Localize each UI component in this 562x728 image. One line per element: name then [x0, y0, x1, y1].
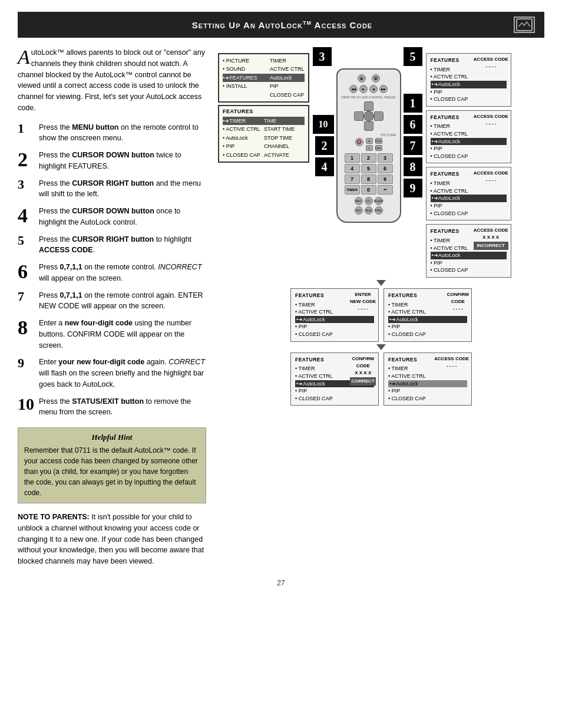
remote-prog-list[interactable]: PRG: [375, 206, 383, 215]
step-number-10: 10: [18, 396, 34, 413]
step-text-2: Press the CURSOR DOWN button twice to hi…: [39, 150, 206, 172]
hint-title: Helpful Hint: [24, 433, 200, 442]
menu-row-picture: • PICTURE TIMER: [223, 57, 305, 65]
sp-row-cc-10: • CLOSED CAP: [388, 395, 467, 403]
sp-access-value-6: X X X X: [474, 234, 508, 241]
sp-row-autolock-8: •➜AutoLock: [388, 316, 467, 324]
step-9: 9 Enter your new four-digit code again. …: [18, 357, 206, 390]
remote-fn-btn-1[interactable]: ◀◀: [349, 85, 358, 93]
step-badge-4: 4: [315, 157, 334, 176]
sp-row-pip-8: • PIP: [388, 323, 467, 331]
remote-vol-down[interactable]: −: [366, 145, 373, 151]
remote-nav-left[interactable]: [354, 111, 363, 121]
remote-num-1[interactable]: 1: [345, 153, 360, 163]
remote-fn-btn-4[interactable]: ▶▶: [379, 85, 388, 93]
remote-numpad: 1 2 3 4 5 6 7 8 9 TIMER: [345, 153, 393, 195]
sp-incorrect-label: INCORRECT: [474, 242, 508, 250]
remote-sleep[interactable]: SLEEP: [375, 197, 383, 205]
remote-nav-center: [363, 111, 374, 121]
remote-num-prev[interactable]: ↩: [378, 185, 393, 195]
sp-row-pip-10: • PIP: [388, 387, 467, 395]
remote-dolby[interactable]: DLB: [365, 206, 373, 215]
remote-num-0[interactable]: 0: [361, 185, 376, 195]
remote-nav-up[interactable]: [364, 101, 373, 111]
hint-text: Remember that 0711 is the default AutoLo…: [24, 445, 200, 498]
sp-access-label-5: ACCESS CODE: [474, 170, 508, 177]
sp-access-final-label: ACCESS CODE: [434, 355, 469, 363]
remote-nav: [354, 101, 384, 131]
remote-picture-label: PICTURE: [341, 133, 396, 137]
remote-nav-down[interactable]: [364, 121, 373, 131]
final-panels-row: FEATURES • TIMER • ACTIVE CTRL •➜AutoLoc…: [218, 353, 544, 406]
sp-row-cc-8: • CLOSED CAP: [388, 331, 467, 338]
step-text-1: Press the MENU button on the remote cont…: [39, 122, 206, 144]
remote-num-7[interactable]: 7: [345, 174, 360, 184]
menu-row-install: • INSTALL PIP: [223, 82, 305, 90]
remote-vol-up[interactable]: +: [366, 138, 373, 144]
top-step-badges: 3 5: [313, 47, 422, 66]
remote-num-timer[interactable]: TIMER: [345, 185, 360, 195]
right-screen-panels: FEATURES • TIMER • ACTIVE CTRL •➜AutoLoc…: [426, 47, 511, 278]
menu-row-sound: • SOUND ACTIVE CTRL: [223, 65, 305, 73]
remote-av[interactable]: A/V: [355, 206, 363, 215]
step-badge-7: 7: [404, 136, 422, 155]
step-text-9: Enter your new four-digit code again. CO…: [39, 357, 206, 390]
remote-rec[interactable]: REC: [355, 197, 363, 205]
diagram-container: • PICTURE TIMER • SOUND ACTIVE CTRL •➜FE…: [218, 47, 544, 406]
features-pip-row: • PIP CHANNEL: [223, 142, 305, 150]
bottom-panels-row: FEATURES • TIMER • ACTIVE CTRL •➜AutoLoc…: [218, 288, 544, 342]
remote-mute[interactable]: 🔇: [355, 138, 363, 146]
remote-num-8[interactable]: 8: [361, 174, 376, 184]
sp-row-cc-5: • CLOSED CAP: [431, 210, 507, 218]
remote-power-row: ⏻ ⏼: [341, 74, 396, 83]
step-6: 6 Press 0,7,1,1 on the remote control. I…: [18, 262, 206, 284]
sp-right-6: ACCESS CODE X X X X INCORRECT: [474, 227, 508, 250]
sp-right-9: CONFIRM CODE X X X X CORRECT: [350, 355, 376, 386]
remote-num-2[interactable]: 2: [361, 153, 376, 163]
panel-step-4: FEATURES • TIMER • ACTIVE CTRL •➜AutoLoc…: [426, 110, 511, 164]
sp-row-autolock-10: •➜AutoLock: [388, 380, 467, 388]
sp-confirm2-label: CONFIRM: [350, 355, 376, 363]
remote-ch-down[interactable]: CH−: [375, 145, 382, 151]
intro-text: A utoLock™ allows parents to block out o…: [18, 47, 206, 114]
center-diagram: 3 5 10 2 4: [313, 47, 422, 223]
step-number-8: 8: [18, 318, 34, 338]
sp-row-cc-4: • CLOSED CAP: [431, 153, 507, 160]
sp-row-cc-9: • CLOSED CAP: [295, 395, 374, 403]
step-number-9: 9: [18, 357, 34, 370]
sp-row-pip-6: • PIP: [431, 259, 507, 267]
remote-nav-right[interactable]: [374, 111, 384, 121]
step-3: 3 Press the CURSOR RIGHT button and the …: [18, 178, 206, 200]
sp-row-cc-3: • CLOSED CAP: [431, 95, 507, 103]
page-number: 27: [18, 579, 544, 587]
remote-num-5[interactable]: 5: [361, 164, 376, 173]
remote-labels-row: SWAPPIP CHADD CONTROLFREEZE: [341, 95, 396, 99]
step-badge-9: 9: [404, 179, 422, 197]
remote-fn-btn-2[interactable]: ▶: [359, 85, 368, 93]
arrow-down-2: [376, 344, 386, 350]
remote-num-6[interactable]: 6: [378, 164, 393, 173]
sp-confirm-value: - - - -: [447, 305, 469, 312]
remote-power-standby[interactable]: ⏻: [358, 74, 366, 83]
step-number-2: 2: [18, 150, 34, 170]
sp-right-3: ACCESS CODE - - - -: [474, 56, 508, 70]
remote-ch-up[interactable]: CH+: [375, 138, 382, 144]
drop-cap: A: [18, 47, 30, 67]
sp-row-active-3: • ACTIVE CTRL: [431, 73, 507, 81]
sp-new-code-label: NEW CODE: [350, 298, 376, 305]
sp-row-autolock-4: •➜AutoLock: [431, 138, 507, 146]
remote-num-4[interactable]: 4: [345, 164, 360, 173]
top-diagram-row: • PICTURE TIMER • SOUND ACTIVE CTRL •➜FE…: [218, 47, 544, 278]
remote-power-on[interactable]: ⏼: [372, 74, 380, 83]
right-column: • PICTURE TIMER • SOUND ACTIVE CTRL •➜FE…: [218, 47, 544, 567]
remote-num-3[interactable]: 3: [378, 153, 393, 163]
page-title: SETTING UP AN AUTOLOCKTM ACCESS CODE: [51, 20, 514, 30]
remote-fn-btn-3[interactable]: ◀: [369, 85, 378, 93]
page: SETTING UP AN AUTOLOCKTM ACCESS CODE A u…: [0, 0, 562, 728]
step-number-6: 6: [18, 262, 34, 282]
step-badge-6: 6: [404, 115, 422, 134]
step-badge-5-top: 5: [404, 47, 422, 66]
step-10: 10 Press the STATUS/EXIT button to remov…: [18, 396, 206, 419]
remote-cc[interactable]: CC: [365, 197, 373, 205]
remote-num-9[interactable]: 9: [378, 174, 393, 184]
